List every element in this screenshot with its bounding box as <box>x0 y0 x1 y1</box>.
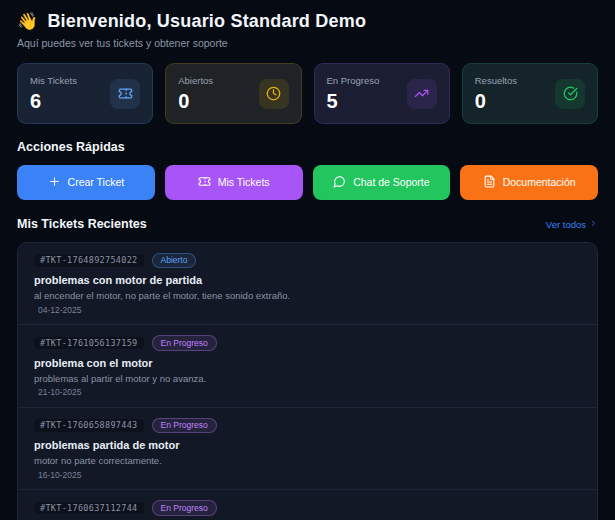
ticket-status-badge: En Progreso <box>152 418 217 434</box>
stat-label: Abiertos <box>178 76 213 86</box>
ticket-row[interactable]: #TKT-1761056137159 En Progreso problema … <box>18 325 597 408</box>
quick-action-label: Mis Tickets <box>218 176 270 188</box>
quick-actions-heading: Acciones Rápidas <box>17 141 598 155</box>
stat-label: Mis Tickets <box>30 76 77 86</box>
recent-tickets-heading: Mis Tickets Recientes <box>17 218 147 232</box>
quick-action-button[interactable]: Documentación <box>460 165 598 200</box>
ticket-title: problema con el motor <box>34 358 217 369</box>
ticket-meta: #TKT-1760637112744 En Progreso <box>34 500 217 516</box>
chevron-right-icon <box>589 219 598 230</box>
ticket-date: 04-12-2025 <box>34 306 290 315</box>
quick-action-button[interactable]: Mis Tickets <box>165 165 303 200</box>
ticket-title: problemas partida de motor <box>34 440 217 451</box>
ticket-main: #TKT-1760637112744 En Progreso problemas… <box>34 500 217 520</box>
ticket-meta: #TKT-1761056137159 En Progreso <box>34 335 217 351</box>
stat-value: 5 <box>327 91 380 111</box>
recent-tickets-header: Mis Tickets Recientes Ver todos <box>17 218 598 232</box>
chat-icon <box>333 175 346 190</box>
quick-actions-row: Crear Ticket Mis Tickets Chat de Soporte… <box>17 165 598 200</box>
document-icon <box>483 175 496 190</box>
stat-text: En Progreso 5 <box>327 76 380 112</box>
stat-text: Mis Tickets 6 <box>30 76 77 112</box>
stat-label: Resueltos <box>475 76 517 86</box>
quick-action-label: Documentación <box>503 176 576 188</box>
ticket-icon <box>110 79 140 109</box>
ticket-main: #TKT-1761056137159 En Progreso problema … <box>34 335 217 397</box>
stat-label: En Progreso <box>327 76 380 86</box>
ticket-id: #TKT-1764892754022 <box>34 254 144 267</box>
stat-card: Resueltos 0 <box>462 63 598 124</box>
ticket-date-text: 16-10-2025 <box>38 471 81 480</box>
quick-action-label: Chat de Soporte <box>353 176 429 188</box>
stat-value: 6 <box>30 91 77 111</box>
page-header: 👋 Bienvenido, Usuario Standard Demo Aquí… <box>17 11 598 49</box>
stat-card: Mis Tickets 6 <box>17 63 153 124</box>
page-subtitle: Aquí puedes ver tus tickets y obtener so… <box>17 37 598 49</box>
ticket-date-text: 04-12-2025 <box>38 306 81 315</box>
ticket-description: motor no parte correctamente. <box>34 456 217 466</box>
page-title: 👋 Bienvenido, Usuario Standard Demo <box>17 11 598 32</box>
ticket-status-badge: En Progreso <box>152 335 217 351</box>
ticket-row[interactable]: #TKT-1760637112744 En Progreso problemas… <box>18 490 597 520</box>
trending-up-icon <box>407 79 437 109</box>
quick-action-label: Crear Ticket <box>68 176 125 188</box>
quick-action-button[interactable]: Chat de Soporte <box>313 165 451 200</box>
stat-value: 0 <box>178 91 213 111</box>
stat-text: Abiertos 0 <box>178 76 213 112</box>
ticket-id: #TKT-1760658897443 <box>34 419 144 432</box>
clock-icon <box>259 79 289 109</box>
ticket-row[interactable]: #TKT-1764892754022 Abierto problemas con… <box>18 243 597 326</box>
ticket-description: problemas al partir el motor y no avanza… <box>34 374 217 384</box>
stats-row: Mis Tickets 6 Abiertos 0 En Progreso 5 <box>17 63 598 124</box>
stat-card: Abiertos 0 <box>165 63 301 124</box>
page-title-text: Bienvenido, Usuario Standard Demo <box>47 11 366 32</box>
stat-value: 0 <box>475 91 517 111</box>
ticket-main: #TKT-1760658897443 En Progreso problemas… <box>34 418 217 480</box>
dashboard-page: 👋 Bienvenido, Usuario Standard Demo Aquí… <box>0 0 615 520</box>
wave-emoji: 👋 <box>17 13 38 30</box>
ticket-date-text: 21-10-2025 <box>38 388 81 397</box>
ticket-main: #TKT-1764892754022 Abierto problemas con… <box>34 253 290 315</box>
stat-card: En Progreso 5 <box>314 63 450 124</box>
ticket-meta: #TKT-1764892754022 Abierto <box>34 253 290 269</box>
view-all-label: Ver todos <box>546 219 586 230</box>
quick-action-button[interactable]: Crear Ticket <box>17 165 155 200</box>
check-circle-icon <box>555 79 585 109</box>
ticket-id: #TKT-1760637112744 <box>34 502 144 515</box>
plus-icon <box>48 175 61 190</box>
ticket-date: 21-10-2025 <box>34 388 217 397</box>
ticket-description: al encender el motor, no parte el motor,… <box>34 291 290 301</box>
ticket-date: 16-10-2025 <box>34 471 217 480</box>
ticket-meta: #TKT-1760658897443 En Progreso <box>34 418 217 434</box>
ticket-id: #TKT-1761056137159 <box>34 337 144 350</box>
ticket-status-badge: En Progreso <box>152 500 217 516</box>
ticket-row[interactable]: #TKT-1760658897443 En Progreso problemas… <box>18 408 597 491</box>
stat-text: Resueltos 0 <box>475 76 517 112</box>
view-all-link[interactable]: Ver todos <box>546 219 598 230</box>
ticket-icon <box>198 175 211 190</box>
ticket-title: problemas con motor de partida <box>34 275 290 286</box>
ticket-status-badge: Abierto <box>152 253 197 269</box>
ticket-list: #TKT-1764892754022 Abierto problemas con… <box>17 242 598 520</box>
